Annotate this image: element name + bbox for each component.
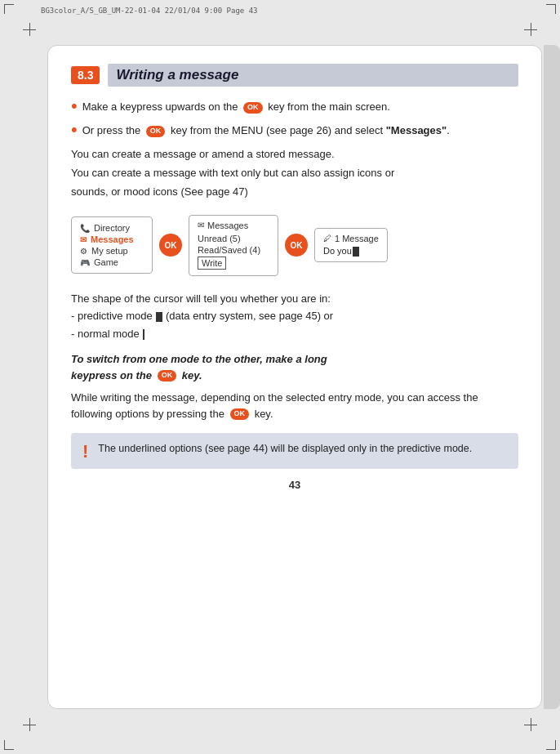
cursor-thin-example xyxy=(143,329,144,340)
crosshair-br xyxy=(524,718,537,731)
while-writing-line: While writing the message, depending on … xyxy=(71,390,518,422)
bullet-dot-2: • xyxy=(71,121,78,139)
msg-preview-icon: 🖊 xyxy=(323,234,331,243)
ok-button-inline-while: OK xyxy=(230,408,250,420)
menu-label-messages: Messages xyxy=(91,234,134,244)
desc-line-3: sounds, or mood icons (See page 47) xyxy=(71,185,518,200)
messages-label: Messages xyxy=(207,221,248,230)
right-sidebar-decoration xyxy=(544,45,560,709)
crosshair-tr xyxy=(524,23,537,36)
submenu-write-selected: Write xyxy=(198,257,226,270)
menu-label-directory: Directory xyxy=(94,223,130,233)
msg-preview-header: 🖊 1 Message xyxy=(323,234,379,243)
messages-submenu-box: ✉ Messages Unread (5) Read/Saved (4) Wri… xyxy=(189,215,278,276)
corner-mark-tr xyxy=(546,4,556,14)
cursor-normal-line: - normal mode xyxy=(71,326,518,342)
cursor-intro: The shape of the cursor will tell you wh… xyxy=(71,291,518,307)
page-card: 8.3 Writing a message • Make a keypress … xyxy=(47,45,542,709)
cursor-section: The shape of the cursor will tell you wh… xyxy=(71,291,518,342)
desc-line-2: You can create a message with text only … xyxy=(71,166,518,181)
bullet-dot-1: • xyxy=(71,97,78,115)
ok-button-inline-1: OK xyxy=(243,102,263,114)
ok-button-inline-2: OK xyxy=(146,126,166,137)
ok-button-diagram-1[interactable]: OK xyxy=(159,234,182,257)
note-box: ! The underlined options (see page 44) w… xyxy=(71,433,518,469)
menu-item-directory: 📞 Directory xyxy=(80,222,144,234)
menu-label-mysetup: My setup xyxy=(91,246,128,256)
corner-mark-tl xyxy=(4,4,14,14)
submenu-read-saved: Read/Saved (4) xyxy=(198,244,269,256)
message-preview-box: 🖊 1 Message Do you xyxy=(314,228,388,262)
cursor-predictive-line: - predictive mode (data entry system, se… xyxy=(71,308,518,324)
cursor-block-example xyxy=(156,312,162,322)
menu-item-messages: ✉ Messages xyxy=(80,234,144,245)
messages-bold: "Messages" xyxy=(386,124,447,136)
game-icon: 🎮 xyxy=(80,258,90,267)
desc-line-1: You can create a message or amend a stor… xyxy=(71,147,518,163)
bullet-text-2: Or press the OK key from the MENU (see p… xyxy=(82,123,450,139)
diagram-area: 📞 Directory ✉ Messages ⚙ My setup 🎮 Game… xyxy=(71,215,518,276)
submenu-unread: Unread (5) xyxy=(198,233,269,244)
menu-box: 📞 Directory ✉ Messages ⚙ My setup 🎮 Game xyxy=(71,216,153,274)
print-header: BG3color_A/S_GB_UM-22-01-04 22/01/04 9:0… xyxy=(41,7,519,15)
section-title: Writing a message xyxy=(116,67,238,83)
section-number: 8.3 xyxy=(71,66,100,84)
ok-button-inline-bold: OK xyxy=(158,370,177,381)
phone-icon: 📞 xyxy=(80,224,90,233)
section-title-bg: Writing a message xyxy=(108,64,518,87)
bold-italic-line1: To switch from one mode to the other, ma… xyxy=(71,351,518,368)
bullet-item-1: • Make a keypress upwards on the OK key … xyxy=(71,100,518,115)
messages-submenu-header: ✉ Messages xyxy=(198,221,269,230)
bullet-text-1: Make a keypress upwards on the OK key fr… xyxy=(82,100,390,115)
menu-item-mysetup: ⚙ My setup xyxy=(80,245,144,257)
msg-preview-count: 1 Message xyxy=(335,234,379,243)
crosshair-tl xyxy=(23,23,36,36)
msg-preview-text: Do you xyxy=(323,246,379,257)
ok-button-diagram-2[interactable]: OK xyxy=(285,234,308,257)
bullet-item-2: • Or press the OK key from the MENU (see… xyxy=(71,123,518,139)
crosshair-bl xyxy=(23,718,36,731)
section-header: 8.3 Writing a message xyxy=(71,64,518,87)
page-number: 43 xyxy=(71,479,518,491)
corner-mark-bl xyxy=(4,740,14,750)
bold-italic-paragraph: To switch from one mode to the other, ma… xyxy=(71,351,518,383)
note-icon: ! xyxy=(82,443,88,461)
submenu-write: Write xyxy=(198,256,269,270)
menu-item-game: 🎮 Game xyxy=(80,257,144,268)
menu-label-game: Game xyxy=(94,257,118,267)
bold-italic-line2: keypress on the OK key. xyxy=(71,368,518,384)
note-text: The underlined options (see page 44) wil… xyxy=(98,441,472,457)
corner-mark-br xyxy=(546,740,556,750)
cursor-block xyxy=(353,247,359,257)
settings-icon: ⚙ xyxy=(80,247,87,256)
msg-header-icon: ✉ xyxy=(198,221,204,230)
msg-icon: ✉ xyxy=(80,235,87,244)
